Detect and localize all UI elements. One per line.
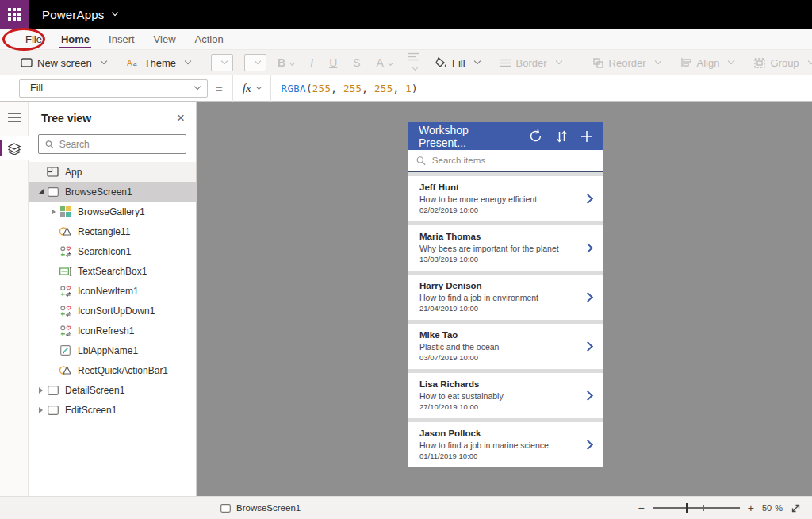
menu-item-file[interactable]: File — [16, 29, 52, 49]
app-title-chevron-down-icon[interactable] — [111, 10, 117, 16]
font-size-dropdown[interactable] — [244, 54, 266, 71]
card-chevron-right-icon[interactable] — [583, 194, 593, 204]
tree-search-input[interactable] — [59, 139, 179, 150]
shape-control-icon — [59, 225, 72, 238]
formula-input[interactable]: RGBA(255, 255, 255, 1) — [282, 83, 418, 94]
tree-item-searchicon1[interactable]: SearchIcon1 — [29, 241, 196, 261]
tree-item-rectangle11[interactable]: Rectangle11 — [29, 221, 196, 241]
gallery-card[interactable]: Lisa RichardsHow to eat sustainably27/10… — [408, 373, 603, 418]
tree-item-app[interactable]: App — [29, 162, 196, 182]
zoom-slider[interactable] — [653, 507, 740, 509]
underline-button[interactable]: U — [329, 56, 337, 69]
gallery-card[interactable]: Jeff HuntHow to be more energy efficient… — [408, 176, 603, 221]
group-label: Group — [770, 57, 799, 69]
tree-list: AppBrowseScreen1BrowseGallery1Rectangle1… — [29, 162, 196, 496]
menu-item-view[interactable]: View — [144, 29, 186, 49]
phone-search-box[interactable] — [408, 150, 603, 172]
status-current-screen[interactable]: BrowseScreen1 — [220, 503, 301, 513]
property-dropdown[interactable]: Fill — [19, 79, 208, 98]
status-screen-name: BrowseScreen1 — [236, 503, 301, 513]
formula-token: 1 — [405, 83, 412, 94]
text-align-chevron-down-icon — [412, 64, 418, 70]
svg-text:A: A — [127, 59, 132, 67]
tree-item-label: DetailScreen1 — [65, 385, 124, 396]
new-screen-chevron-down-icon — [100, 58, 106, 64]
fill-button[interactable]: Fill — [435, 57, 480, 69]
screen-icon — [220, 504, 231, 513]
expanded-triangle-icon[interactable] — [38, 189, 44, 194]
sort-up-down-icon[interactable] — [557, 130, 567, 143]
group-button[interactable]: Group — [754, 57, 812, 69]
card-name: Jason Pollock — [419, 429, 576, 438]
refresh-icon[interactable] — [528, 129, 543, 144]
tree-item-rectquickactionbar1[interactable]: RectQuickActionBar1 — [29, 360, 196, 380]
fullscreen-expand-icon[interactable] — [791, 503, 801, 513]
font-color-button[interactable]: A — [377, 56, 393, 69]
new-item-plus-icon[interactable] — [580, 130, 593, 143]
gallery-control-icon — [59, 206, 72, 218]
card-chevron-right-icon[interactable] — [583, 243, 593, 253]
card-date: 02/02/2019 10:00 — [419, 206, 576, 214]
align-button[interactable]: Align — [681, 57, 734, 69]
tree-item-label: Rectangle11 — [78, 226, 131, 237]
menu-item-insert[interactable]: Insert — [99, 29, 144, 49]
card-name: Lisa Richards — [419, 379, 576, 389]
zoom-in-button[interactable]: + — [748, 502, 754, 514]
tree-item-iconnewitem1[interactable]: IconNewItem1 — [29, 281, 196, 301]
waffle-grid-icon — [8, 8, 21, 21]
border-button[interactable]: Border — [500, 57, 561, 69]
italic-label: I — [310, 56, 313, 69]
tree-view-title: Tree view — [41, 112, 91, 125]
tree-item-browsegallery1[interactable]: BrowseGallery1 — [29, 202, 196, 221]
tree-item-label: IconRefresh1 — [78, 325, 134, 336]
card-chevron-right-icon[interactable] — [583, 292, 593, 302]
strikethrough-button[interactable]: S — [353, 56, 360, 69]
tree-search-box[interactable] — [38, 134, 186, 154]
tree-item-iconsortupdown1[interactable]: IconSortUpDown1 — [29, 301, 196, 321]
hamburger-menu-icon[interactable] — [8, 113, 21, 122]
tree-item-textsearchbox1[interactable]: TextSearchBox1 — [29, 261, 196, 281]
tree-item-iconrefresh1[interactable]: IconRefresh1 — [29, 321, 196, 340]
theme-button[interactable]: A a Theme — [127, 57, 190, 69]
tree-item-lblappname1[interactable]: LblAppName1 — [29, 340, 196, 360]
zoom-out-button[interactable]: − — [638, 502, 645, 514]
phone-search-input[interactable] — [432, 156, 596, 165]
fx-dropdown[interactable]: fx — [232, 75, 271, 102]
collapsed-triangle-icon[interactable] — [39, 387, 43, 394]
formula-token: ( — [306, 83, 312, 94]
formula-token: , — [362, 83, 374, 94]
gallery-card[interactable]: Maria ThomasWhy bees are important for t… — [408, 225, 603, 271]
new-screen-button[interactable]: New screen — [21, 57, 106, 69]
card-date: 21/04/2019 10:00 — [419, 304, 576, 313]
phone-app-header[interactable]: Workshop Present... — [408, 122, 603, 150]
tree-item-editscreen1[interactable]: EditScreen1 — [29, 400, 196, 420]
italic-button[interactable]: I — [310, 56, 313, 69]
phone-preview[interactable]: Workshop Present... Jeff HuntHow to be m… — [408, 122, 603, 467]
font-family-dropdown[interactable] — [211, 54, 233, 71]
gallery-card[interactable]: Harry DenisonHow to find a job in enviro… — [408, 275, 603, 320]
tree-item-detailscreen1[interactable]: DetailScreen1 — [29, 380, 196, 400]
zoom-slider-handle[interactable] — [686, 503, 688, 513]
card-subtitle: How to find a job in environment — [419, 293, 576, 302]
collapsed-triangle-icon[interactable] — [52, 209, 56, 215]
fx-icon: fx — [243, 82, 251, 95]
close-icon[interactable]: × — [177, 111, 185, 125]
left-icon-rail — [0, 102, 29, 496]
card-chevron-right-icon[interactable] — [583, 341, 593, 352]
gallery-card[interactable]: Jason PollockHow to find a job in marine… — [408, 422, 603, 467]
reorder-button[interactable]: Reorder — [593, 57, 661, 69]
app-launcher-waffle-icon[interactable] — [0, 0, 29, 29]
card-subtitle: Why bees are important for the planet — [419, 244, 576, 253]
card-name: Harry Denison — [419, 281, 576, 290]
tree-view-rail-button[interactable] — [0, 136, 29, 160]
menu-item-action[interactable]: Action — [186, 29, 233, 49]
text-align-button[interactable] — [408, 52, 419, 74]
card-chevron-right-icon[interactable] — [583, 440, 593, 450]
bold-button[interactable]: B — [278, 56, 294, 69]
design-canvas[interactable]: Workshop Present... Jeff HuntHow to be m… — [197, 102, 812, 496]
gallery-card[interactable]: Mike TaoPlastic and the ocean03/07/2019 … — [408, 324, 603, 369]
menu-item-home[interactable]: Home — [52, 29, 99, 49]
collapsed-triangle-icon[interactable] — [39, 407, 43, 413]
card-chevron-right-icon[interactable] — [583, 390, 593, 401]
tree-item-browsescreen1[interactable]: BrowseScreen1 — [29, 182, 196, 202]
